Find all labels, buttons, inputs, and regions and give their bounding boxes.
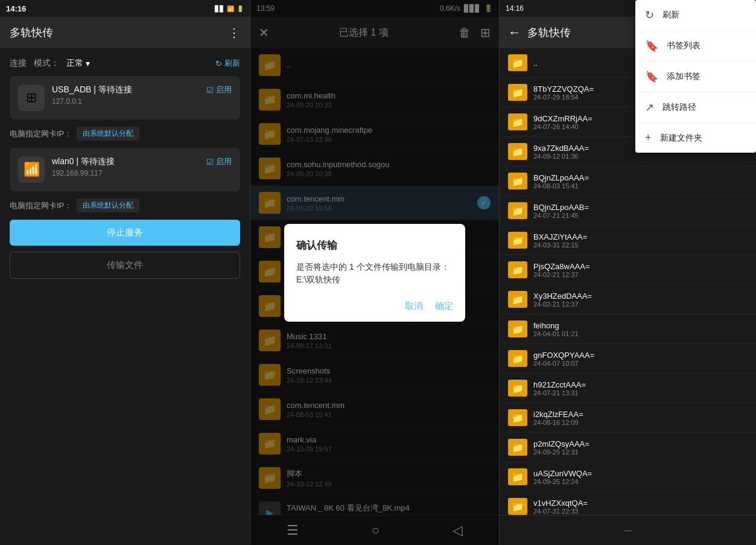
folder-item[interactable]: 📁 i2kqZlzFEAA= 24-08-16 12:09 — [500, 403, 756, 433]
folder-item[interactable]: 📁 feihong 24-04-01 01:21 — [500, 314, 756, 344]
wifi-name: wlan0 | 等待连接 — [52, 156, 199, 167]
folder-info-5: BQjnZLpoAAB= 24-07-21 21:45 — [533, 203, 748, 219]
folder-date-12: 24-08-16 12:09 — [533, 419, 748, 426]
context-menu-refresh[interactable]: ↻ 刷新 — [635, 0, 756, 31]
network-ip-value-2[interactable]: 由系统默认分配 — [77, 199, 139, 212]
folder-date-6: 24-03-31 22:15 — [533, 241, 748, 249]
usb-connection-card: ⊞ USB_ADB | 等待连接 127.0.0.1 ☑ 启用 — [10, 76, 240, 120]
status-icons-1: ▊▊ 📶 🔋 — [215, 5, 244, 12]
network-ip-row-2: 电脑指定网卡IP： 由系统默认分配 — [10, 199, 240, 212]
folder-icon-sm-14: 📁 — [508, 468, 527, 485]
transfer-file-button[interactable]: 传输文件 — [10, 252, 240, 279]
network-ip-value-1[interactable]: 由系统默认分配 — [77, 127, 139, 141]
cancel-button[interactable]: 取消 — [405, 301, 423, 312]
folder-item[interactable]: 📁 gnFOXQPYAAA= 24-04-07 10:07 — [500, 344, 756, 374]
wifi-ip: 192.168.99.117 — [52, 169, 199, 177]
mode-select[interactable]: 正常 ▾ — [66, 58, 90, 69]
folder-name-4: BQjnZLpoAAA= — [533, 173, 748, 182]
folder-item[interactable]: 📁 p2mlZQsyAAA= 24-09-25 12:31 — [500, 433, 756, 462]
panel-file-browser: 13:59 0.6K/s ▊▊▊ 🔋 ✕ 已选择 1 项 🗑 ⊞ 📁 .. 📁 — [250, 0, 500, 545]
folder-item[interactable]: 📁 h921ZcctAAA= 24-07-21 13:31 — [500, 374, 756, 403]
refresh-menu-icon: ↻ — [645, 8, 654, 22]
folder-item[interactable]: 📁 Xy3HZedDAAA= 24-02-21 12:37 — [500, 285, 756, 314]
dialog-title: 确认传输 — [296, 238, 453, 252]
battery-icon: 🔋 — [237, 5, 244, 12]
overflow-menu-icon[interactable]: ⋮ — [228, 25, 240, 40]
folder-item[interactable]: 📁 uASjZunVWQA= 24-09-25 12:24 — [500, 462, 756, 492]
folder-icon-sm-2: 📁 — [508, 113, 527, 130]
folder-name-12: i2kqZlzFEAA= — [533, 410, 748, 419]
bottom-nav-3: — — [500, 515, 756, 545]
folder-info-7: PjsQZa8wAAA= 24-02-21 12:37 — [533, 262, 748, 278]
context-menu-add-bookmark[interactable]: 🔖 添加书签 — [635, 62, 756, 92]
time-1: 14:16 — [6, 4, 26, 13]
context-menu-bookmarks[interactable]: 🔖 书签列表 — [635, 31, 756, 62]
folder-icon-sm-4: 📁 — [508, 173, 527, 190]
mode-value: 正常 — [66, 58, 83, 69]
wifi-enable-checkbox[interactable]: ☑ 启用 — [206, 156, 232, 167]
folder-item[interactable]: 📁 BXAJZiYtAAA= 24-03-31 22:15 — [500, 226, 756, 255]
usb-icon: ⊞ — [18, 84, 45, 111]
folder-item[interactable]: 📁 BQjnZLpoAAA= 24-08-03 15:41 — [500, 167, 756, 196]
dialog-overlay: 确认传输 是否将选中的 1 个文件传输到电脑目录：E:\双轨快传 取消 确定 — [250, 0, 499, 545]
folder-info-12: i2kqZlzFEAA= 24-08-16 12:09 — [533, 410, 748, 426]
folder-icon-sm-6: 📁 — [508, 232, 527, 249]
context-menu: ↻ 刷新 🔖 书签列表 🔖 添加书签 ↗ 跳转路径 + 新建文件夹 — [635, 0, 756, 153]
folder-item[interactable]: 📁 BQjnZLpoAAB= 24-07-21 21:45 — [500, 196, 756, 226]
folder-icon-sm-10: 📁 — [508, 350, 527, 367]
back-button[interactable]: ← — [508, 25, 521, 40]
usb-enable-checkbox[interactable]: ☑ 启用 — [206, 84, 232, 95]
folder-item[interactable]: 📁 v1vHZXxqtQA= 24-07-31 22:33 — [500, 492, 756, 515]
folder-icon-sm-3: 📁 — [508, 143, 527, 160]
folder-name-13: p2mlZQsyAAA= — [533, 439, 748, 448]
folder-date-11: 24-07-21 13:31 — [533, 389, 748, 397]
folder-name-9: feihong — [533, 321, 748, 330]
stop-service-button[interactable]: 停止服务 — [10, 220, 240, 246]
dialog-actions: 取消 确定 — [296, 301, 453, 312]
folder-icon-sm-7: 📁 — [508, 261, 527, 278]
folder-icon-sm-1: 📁 — [508, 84, 527, 101]
folder-name-6: BXAJZiYtAAA= — [533, 232, 748, 241]
folder-info-14: uASjZunVWQA= 24-09-25 12:24 — [533, 469, 748, 485]
network-ip-label-1: 电脑指定网卡IP： — [10, 129, 72, 139]
folder-date-14: 24-09-25 12:24 — [533, 478, 748, 485]
folder-date-8: 24-02-21 12:37 — [533, 301, 748, 308]
folder-name-8: Xy3HZedDAAA= — [533, 292, 748, 301]
bookmark-menu-icon: 🔖 — [645, 39, 658, 53]
folder-date-5: 24-07-21 21:45 — [533, 212, 748, 219]
usb-ip: 127.0.0.1 — [52, 97, 199, 106]
new-folder-label: 新建文件夹 — [660, 133, 702, 144]
folder-item[interactable]: 📁 PjsQZa8wAAA= 24-02-21 12:37 — [500, 255, 756, 285]
confirm-button[interactable]: 确定 — [435, 301, 453, 312]
folder-name-7: PjsQZa8wAAA= — [533, 262, 748, 271]
panel-connection: 14:16 ▊▊ 📶 🔋 多轨快传 ⋮ 连接 模式： 正常 ▾ ↻ 刷新 ⊞ — [0, 0, 250, 545]
dialog-body: 是否将选中的 1 个文件传输到电脑目录：E:\双轨快传 — [296, 261, 453, 286]
app-header-1: 多轨快传 ⋮ — [0, 17, 250, 48]
wifi-icon: 📶 — [227, 5, 234, 12]
folder-info-4: BQjnZLpoAAA= 24-08-03 15:41 — [533, 173, 748, 190]
context-menu-new-folder[interactable]: + 新建文件夹 — [635, 123, 756, 153]
folder-date-3: 24-09-12 01:36 — [533, 153, 748, 160]
add-bookmark-icon: 🔖 — [645, 70, 658, 83]
folder-name-11: h921ZcctAAA= — [533, 380, 748, 389]
confirm-transfer-dialog: 确认传输 是否将选中的 1 个文件传输到电脑目录：E:\双轨快传 取消 确定 — [284, 224, 465, 322]
folder-date-9: 24-04-01 01:21 — [533, 330, 748, 337]
folder-date-15: 24-07-31 22:33 — [533, 508, 748, 515]
folder-info-11: h921ZcctAAA= 24-07-21 13:31 — [533, 380, 748, 397]
folder-name-5: BQjnZLpoAAB= — [533, 203, 748, 212]
wifi-info: wlan0 | 等待连接 192.168.99.117 — [52, 156, 199, 177]
folder-icon-sm-8: 📁 — [508, 291, 527, 308]
checkbox-icon: ☑ — [206, 86, 214, 95]
folder-name-15: v1vHZXxqtQA= — [533, 499, 748, 508]
network-ip-row-1: 电脑指定网卡IP： 由系统默认分配 — [10, 127, 240, 141]
context-menu-jump-path[interactable]: ↗ 跳转路径 — [635, 92, 756, 123]
folder-date-7: 24-02-21 12:37 — [533, 271, 748, 278]
connection-mode-row: 连接 模式： 正常 ▾ ↻ 刷新 — [10, 58, 240, 69]
panel1-content: 连接 模式： 正常 ▾ ↻ 刷新 ⊞ USB_ADB | 等待连接 127.0.… — [0, 48, 250, 545]
folder-icon-sm-5: 📁 — [508, 202, 527, 219]
folder-icon-sm-13: 📁 — [508, 439, 527, 456]
folder-name-10: gnFOXQPYAAA= — [533, 351, 748, 360]
folder-icon-sm-11: 📁 — [508, 380, 527, 397]
jump-path-icon: ↗ — [645, 101, 654, 114]
refresh-button[interactable]: ↻ 刷新 — [215, 58, 240, 69]
